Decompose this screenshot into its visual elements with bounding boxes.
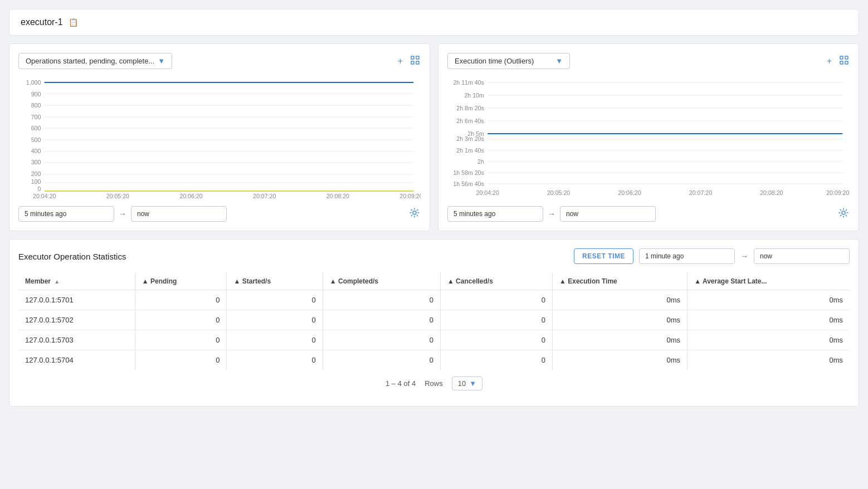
- stats-time-from-input[interactable]: [639, 248, 735, 264]
- left-chart-expand-button[interactable]: [409, 55, 421, 68]
- cell-avgstart-1: 0ms: [687, 310, 850, 330]
- right-chart-dropdown-label: Execution time (Outliers): [455, 57, 534, 65]
- cell-exectime-1: 0ms: [553, 310, 687, 330]
- cell-completed-3: 0: [323, 350, 440, 370]
- right-chart-dropdown[interactable]: Execution time (Outliers) ▼: [447, 53, 570, 69]
- sort-icon: ▲: [54, 278, 60, 285]
- svg-text:400: 400: [31, 148, 41, 154]
- right-chart-actions: +: [826, 55, 850, 68]
- svg-text:2h 8m 20s: 2h 8m 20s: [456, 105, 484, 111]
- stats-time-to-input[interactable]: [754, 248, 850, 264]
- col-started[interactable]: ▲ Started/s: [227, 273, 323, 290]
- right-chart-card: Execution time (Outliers) ▼ +: [438, 43, 859, 231]
- svg-text:20:08:20: 20:08:20: [760, 190, 783, 196]
- sort-icon-avg: ▲: [694, 277, 701, 285]
- reset-time-button[interactable]: RESET TIME: [574, 248, 633, 264]
- svg-text:900: 900: [31, 91, 41, 97]
- left-chart-settings-button[interactable]: [408, 207, 421, 221]
- svg-text:20:09:20: 20:09:20: [826, 190, 850, 196]
- left-chart-add-button[interactable]: +: [397, 55, 404, 67]
- table-footer: 1 – 4 of 4 Rows 10 ▼: [18, 370, 850, 397]
- sort-icon-cancelled: ▲: [447, 277, 454, 285]
- page-title: executor-1: [21, 17, 63, 27]
- chevron-down-icon: ▼: [158, 57, 165, 65]
- right-time-from-input[interactable]: [447, 206, 543, 222]
- svg-text:2h 6m 40s: 2h 6m 40s: [456, 118, 484, 124]
- left-chart-header: Operations started, pending, complete...…: [18, 53, 421, 69]
- cell-member-3: 127.0.0.1:5704: [18, 350, 135, 370]
- stats-title: Executor Operation Statistics: [18, 252, 126, 261]
- svg-point-34: [413, 211, 416, 214]
- table-row: 127.0.0.1:5701 0 0 0 0 0ms 0ms: [18, 290, 850, 310]
- cell-avgstart-3: 0ms: [687, 350, 850, 370]
- rows-label: Rows: [425, 379, 443, 388]
- left-chart-dropdown[interactable]: Operations started, pending, complete...…: [18, 53, 172, 69]
- svg-text:2h 11m 40s: 2h 11m 40s: [453, 80, 484, 86]
- svg-text:20:04:20: 20:04:20: [476, 190, 500, 196]
- svg-text:300: 300: [31, 159, 41, 165]
- col-member[interactable]: Member ▲: [18, 273, 135, 290]
- svg-text:20:07:20: 20:07:20: [689, 190, 713, 196]
- col-pending[interactable]: ▲ Pending: [135, 273, 227, 290]
- svg-text:20:08:20: 20:08:20: [326, 193, 350, 199]
- cell-cancelled-0: 0: [440, 290, 552, 310]
- svg-rect-35: [840, 56, 843, 59]
- svg-text:2h: 2h: [477, 159, 484, 165]
- sort-icon-started: ▲: [233, 277, 240, 285]
- cell-avgstart-2: 0ms: [687, 330, 850, 350]
- chevron-down-icon: ▼: [555, 57, 563, 65]
- svg-text:20:07:20: 20:07:20: [253, 193, 276, 199]
- stats-controls: RESET TIME →: [574, 248, 850, 264]
- left-time-to-input[interactable]: [131, 206, 227, 222]
- left-chart-svg: 1,000 900 800 700 600 500 400 300 200 10…: [18, 77, 421, 199]
- svg-text:20:05:20: 20:05:20: [106, 193, 130, 199]
- cell-cancelled-2: 0: [440, 330, 552, 350]
- right-chart-area: 2h 11m 40s 2h 10m 2h 8m 20s 2h 6m 40s 2h…: [447, 77, 850, 199]
- rows-value: 10: [458, 379, 466, 388]
- right-chart-footer: →: [447, 206, 850, 222]
- arrow-right-icon: →: [119, 209, 126, 218]
- svg-text:20:04:20: 20:04:20: [33, 193, 56, 199]
- cell-exectime-3: 0ms: [553, 350, 687, 370]
- right-time-to-input[interactable]: [560, 206, 656, 222]
- col-completed[interactable]: ▲ Completed/s: [323, 273, 440, 290]
- left-chart-area: 1,000 900 800 700 600 500 400 300 200 10…: [18, 77, 421, 199]
- svg-text:500: 500: [31, 137, 41, 143]
- svg-text:2h 1m 40s: 2h 1m 40s: [456, 148, 484, 154]
- svg-text:0: 0: [37, 186, 41, 192]
- svg-text:600: 600: [31, 125, 41, 131]
- svg-rect-37: [840, 61, 843, 64]
- svg-rect-3: [416, 61, 419, 64]
- svg-rect-0: [411, 56, 414, 59]
- col-exec-time[interactable]: ▲ Execution Time: [553, 273, 687, 290]
- svg-rect-38: [845, 61, 848, 64]
- stats-table: Member ▲ ▲ Pending ▲ Started/s ▲ Complet…: [18, 273, 850, 370]
- svg-text:100: 100: [31, 179, 41, 185]
- col-cancelled[interactable]: ▲ Cancelled/s: [440, 273, 552, 290]
- stats-header: Executor Operation Statistics RESET TIME…: [18, 248, 850, 264]
- right-chart-add-button[interactable]: +: [826, 55, 833, 67]
- cell-started-2: 0: [227, 330, 323, 350]
- cell-member-1: 127.0.0.1:5702: [18, 310, 135, 330]
- left-time-from-input[interactable]: [18, 206, 114, 222]
- cell-exectime-2: 0ms: [553, 330, 687, 350]
- rows-per-page-select[interactable]: 10 ▼: [452, 376, 482, 390]
- left-chart-dropdown-label: Operations started, pending, complete...: [26, 57, 154, 65]
- svg-text:1h 58m 20s: 1h 58m 20s: [453, 170, 484, 176]
- svg-text:200: 200: [31, 171, 41, 177]
- cell-cancelled-3: 0: [440, 350, 552, 370]
- right-chart-settings-button[interactable]: [837, 207, 850, 221]
- cell-member-0: 127.0.0.1:5701: [18, 290, 135, 310]
- col-avg-start[interactable]: ▲ Average Start Late...: [687, 273, 850, 290]
- copy-icon[interactable]: 📋: [69, 18, 78, 27]
- cell-completed-2: 0: [323, 330, 440, 350]
- right-chart-expand-button[interactable]: [838, 55, 850, 68]
- cell-completed-1: 0: [323, 310, 440, 330]
- svg-text:800: 800: [31, 102, 41, 109]
- table-row: 127.0.0.1:5703 0 0 0 0 0ms 0ms: [18, 330, 850, 350]
- cell-pending-0: 0: [135, 290, 227, 310]
- gear-icon: [409, 208, 420, 218]
- gear-icon: [838, 208, 849, 218]
- right-time-range: →: [447, 206, 656, 222]
- svg-text:2h 3m 20s: 2h 3m 20s: [456, 136, 484, 142]
